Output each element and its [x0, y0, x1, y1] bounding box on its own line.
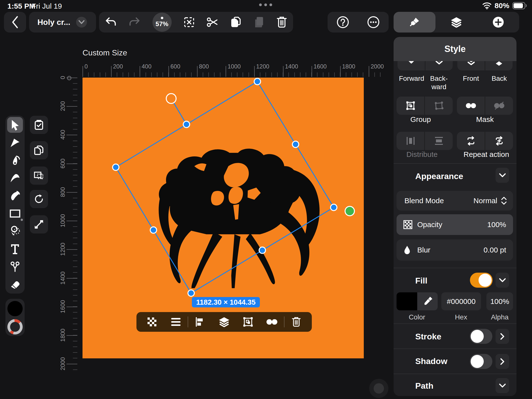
eyedropper-icon: [423, 297, 432, 306]
distribute-label: Distribute: [406, 150, 438, 159]
tab-layers[interactable]: [435, 12, 477, 33]
opacity-label: Opacity: [417, 220, 442, 229]
ctx-mask-button[interactable]: [260, 318, 284, 326]
text-tool[interactable]: [10, 243, 20, 254]
distribute-horizontal-button[interactable]: [397, 132, 424, 150]
paste-style-button[interactable]: [30, 166, 48, 185]
doc-chevron-icon[interactable]: [76, 17, 87, 28]
artboard-title[interactable]: Custom Size: [83, 48, 127, 57]
ctx-arrange-button[interactable]: [212, 317, 236, 327]
deselect-button[interactable]: [183, 17, 195, 28]
status-date: Fri Jul 19: [32, 2, 62, 10]
shape-builder-tool[interactable]: [10, 173, 20, 183]
rotate-button[interactable]: [30, 190, 48, 208]
selection-context-toolbar: [136, 312, 312, 332]
brush-tool[interactable]: [10, 190, 20, 201]
repeat-duplicate-button[interactable]: [485, 132, 513, 150]
blend-mode-label: Blend Mode: [404, 197, 444, 205]
pen-tool[interactable]: [10, 155, 20, 166]
distribute-vertical-button[interactable]: [425, 132, 453, 150]
ctx-delete-button[interactable]: [284, 316, 308, 327]
mask-label: Mask: [476, 115, 494, 124]
opacity-row[interactable]: Opacity 100%: [397, 214, 513, 235]
delete-button[interactable]: [276, 16, 287, 28]
copy-button[interactable]: [230, 16, 242, 28]
direct-select-tool[interactable]: [10, 138, 20, 148]
fill-color-well[interactable]: [7, 301, 23, 316]
battery-percent: 80%: [495, 1, 509, 10]
zoom-indicator[interactable]: 57%: [152, 13, 172, 32]
opacity-checker-icon: [403, 220, 412, 229]
scale-button[interactable]: [30, 215, 48, 233]
multitask-dots-icon[interactable]: [259, 3, 272, 6]
rotation-handle[interactable]: [166, 94, 176, 103]
mask-button[interactable]: [457, 97, 485, 115]
ctx-group-button[interactable]: [236, 317, 260, 327]
status-time: 1:55 PM: [7, 2, 35, 10]
style-brush-icon: [409, 17, 420, 28]
fill-toggle[interactable]: [470, 273, 493, 288]
stroke-detail-button[interactable]: [496, 329, 509, 344]
more-button[interactable]: [367, 16, 380, 29]
tab-add[interactable]: [477, 12, 519, 33]
ctx-align-button[interactable]: [188, 317, 212, 327]
alpha-field[interactable]: 100%: [486, 292, 513, 310]
repeat-action-button[interactable]: [457, 132, 485, 150]
color-wells: [5, 299, 25, 336]
backward-label: Back-ward: [423, 74, 455, 91]
unmask-button[interactable]: [485, 97, 513, 115]
undo-button[interactable]: [105, 17, 117, 28]
select-tool[interactable]: [10, 119, 20, 131]
context-handle-green[interactable]: [345, 206, 354, 216]
rectangle-tool[interactable]: [10, 209, 20, 218]
add-icon: [492, 16, 504, 28]
stepper-icon: [501, 196, 507, 205]
lasso-tool[interactable]: [9, 226, 21, 236]
path-collapse-button[interactable]: [496, 378, 509, 393]
rectangle-tool-options-dot: [21, 219, 23, 221]
mask-controls: [457, 97, 513, 115]
panel-divider: [394, 268, 516, 268]
appearance-collapse-button[interactable]: [496, 168, 509, 183]
scissors-tool[interactable]: [10, 261, 20, 272]
hex-field[interactable]: #000000: [441, 292, 481, 310]
back-button[interactable]: [4, 12, 26, 33]
panel-switcher: [394, 12, 519, 33]
zoom-dot-icon: [161, 17, 163, 19]
blur-row[interactable]: Blur 0.00 pt: [397, 239, 513, 261]
crab-image[interactable]: [133, 129, 328, 288]
repeat-action-label: Repeat action: [464, 150, 509, 159]
document-name: Holy cr...: [37, 18, 70, 27]
ungroup-button[interactable]: [425, 97, 453, 115]
panel-divider: [394, 323, 516, 324]
document-name-button[interactable]: Holy cr...: [29, 12, 96, 33]
eyedropper-button[interactable]: [417, 292, 438, 310]
blur-value: 0.00 pt: [483, 246, 506, 254]
redo-button[interactable]: [129, 17, 140, 28]
back-chevron-icon: [11, 15, 19, 29]
shadow-detail-button[interactable]: [496, 354, 509, 369]
blend-mode-row[interactable]: Blend Mode Normal: [397, 191, 513, 211]
style-panel-title: Style: [444, 44, 466, 54]
paste-board-button[interactable]: [30, 116, 48, 134]
stroke-toggle[interactable]: [470, 329, 492, 344]
paste-button[interactable]: [254, 16, 265, 28]
group-label: Group: [410, 115, 431, 124]
tab-style[interactable]: [394, 12, 435, 33]
fill-collapse-button[interactable]: [496, 273, 509, 288]
shadow-title: Shadow: [415, 356, 447, 366]
stroke-color-well[interactable]: [7, 319, 23, 334]
touch-shortcut-button[interactable]: [369, 379, 388, 398]
panel-divider: [394, 349, 516, 349]
eraser-tool[interactable]: [10, 279, 20, 290]
ctx-blend-button[interactable]: [164, 317, 188, 326]
fill-title: Fill: [415, 276, 427, 285]
shadow-toggle[interactable]: [470, 354, 492, 369]
group-button[interactable]: [397, 97, 424, 115]
help-button[interactable]: [336, 16, 349, 29]
fill-color-swatch[interactable]: [397, 292, 417, 310]
ctx-opacity-button[interactable]: [140, 316, 164, 327]
style-panel-header: Style: [394, 37, 516, 61]
cut-button[interactable]: [207, 17, 218, 28]
duplicate-button[interactable]: [30, 141, 48, 159]
